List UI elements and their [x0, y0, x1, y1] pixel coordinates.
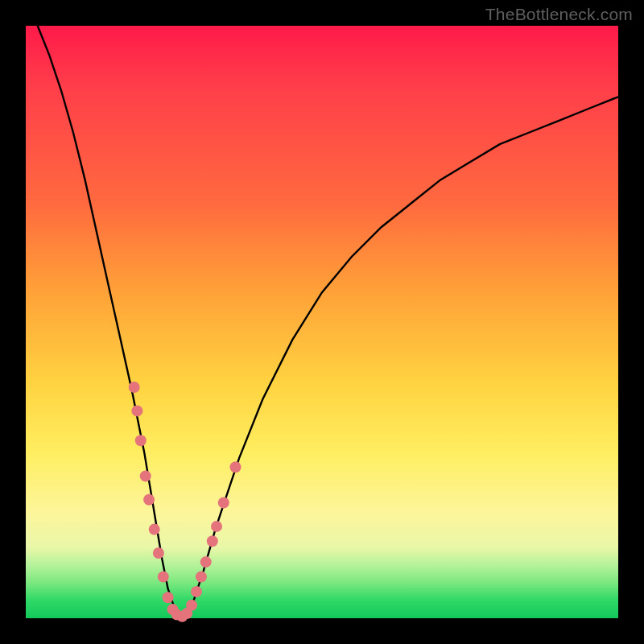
data-marker [131, 405, 142, 416]
data-marker [230, 461, 242, 473]
data-marker [129, 382, 140, 393]
data-marker [200, 556, 212, 568]
data-marker [186, 600, 197, 611]
data-marker [211, 521, 222, 532]
data-marker [191, 586, 202, 597]
marker-group [129, 382, 242, 622]
data-marker [218, 497, 229, 509]
data-marker [163, 592, 174, 603]
watermark-text: TheBottleneck.com [485, 5, 633, 24]
data-marker [207, 535, 218, 547]
plot-area [26, 26, 618, 618]
data-marker [140, 470, 151, 481]
data-marker [158, 572, 169, 583]
chart-frame: TheBottleneck.com [0, 0, 644, 644]
data-marker [143, 494, 155, 506]
curve-svg [26, 26, 618, 618]
data-marker [135, 435, 147, 446]
data-marker [153, 547, 164, 559]
bottleneck-curve [38, 26, 618, 618]
data-marker [149, 524, 160, 535]
data-marker [196, 572, 207, 583]
